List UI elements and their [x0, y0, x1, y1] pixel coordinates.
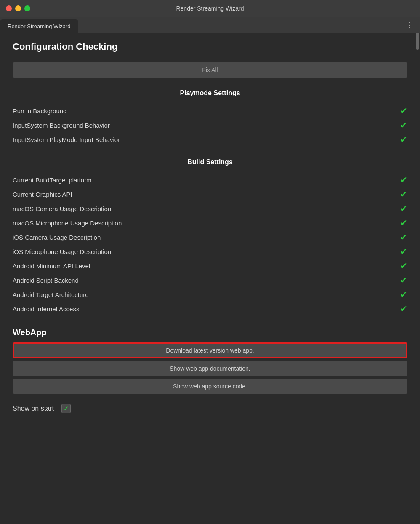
fix-all-button[interactable]: Fix All: [13, 62, 407, 78]
check-icon-inputsystem-bg: ✔: [400, 121, 407, 129]
build-section-title: Build Settings: [13, 158, 407, 166]
check-icon-build-target: ✔: [400, 176, 407, 184]
checkbox-check-icon: ✓: [64, 405, 69, 412]
show-on-start-row: Show on start ✓: [13, 404, 407, 413]
check-icon-run-in-background: ✔: [400, 107, 407, 115]
playmode-settings-section: Playmode Settings Run In Background ✔ In…: [13, 89, 407, 147]
check-icon-macos-mic: ✔: [400, 219, 407, 227]
check-icon-android-arch: ✔: [400, 290, 407, 299]
minimize-button[interactable]: [15, 5, 21, 11]
table-row: Current Graphics API ✔: [13, 187, 407, 201]
tab-menu-button[interactable]: ⋮: [406, 20, 414, 29]
table-row: Android Minimum API Level ✔: [13, 259, 407, 273]
table-row: Android Script Backend ✔: [13, 273, 407, 287]
setting-label-android-arch: Android Target Architecture: [13, 291, 89, 298]
setting-label-macos-camera: macOS Camera Usage Description: [13, 205, 111, 212]
setting-label-android-min-api: Android Minimum API Level: [13, 262, 90, 270]
window-title: Render Streaming Wizard: [176, 5, 244, 12]
tab-bar: Render Streaming Wizard ⋮: [0, 17, 420, 33]
webapp-title: WebApp: [13, 328, 407, 337]
content-area: Configuration Checking Fix All Playmode …: [0, 33, 420, 524]
scrollbar-track[interactable]: [415, 33, 420, 524]
table-row: InputSystem Background Behavior ✔: [13, 118, 407, 132]
tab-label: Render Streaming Wizard: [8, 23, 71, 29]
setting-label-android-script: Android Script Backend: [13, 277, 79, 284]
close-button[interactable]: [6, 5, 12, 11]
setting-label-macos-mic: macOS Microphone Usage Description: [13, 219, 122, 227]
check-icon-ios-camera: ✔: [400, 233, 407, 241]
table-row: iOS Camera Usage Description ✔: [13, 230, 407, 244]
setting-label-graphics-api: Current Graphics API: [13, 191, 72, 198]
check-icon-ios-mic: ✔: [400, 247, 407, 256]
show-webapp-doc-button[interactable]: Show web app documentation.: [13, 361, 407, 376]
setting-label-ios-camera: iOS Camera Usage Description: [13, 234, 101, 241]
download-webapp-button[interactable]: Download latest version web app.: [13, 342, 407, 358]
title-bar: Render Streaming Wizard: [0, 0, 420, 17]
window-controls: [6, 5, 30, 11]
table-row: macOS Camera Usage Description ✔: [13, 201, 407, 216]
table-row: Run In Background ✔: [13, 104, 407, 118]
table-row: Android Internet Access ✔: [13, 302, 407, 316]
setting-label-build-target: Current BuildTarget platform: [13, 176, 92, 184]
check-icon-macos-camera: ✔: [400, 204, 407, 213]
setting-label-android-internet: Android Internet Access: [13, 305, 79, 313]
table-row: macOS Microphone Usage Description ✔: [13, 216, 407, 230]
table-row: Current BuildTarget platform ✔: [13, 173, 407, 187]
show-webapp-source-button[interactable]: Show web app source code.: [13, 379, 407, 394]
scrollbar-thumb[interactable]: [416, 33, 419, 50]
table-row: InputSystem PlayMode Input Behavior ✔: [13, 132, 407, 147]
table-row: iOS Microphone Usage Description ✔: [13, 244, 407, 259]
check-icon-android-internet: ✔: [400, 305, 407, 313]
show-on-start-checkbox[interactable]: ✓: [61, 404, 71, 413]
check-icon-inputsystem-playmode: ✔: [400, 135, 407, 144]
setting-label-run-in-background: Run In Background: [13, 107, 66, 115]
check-icon-android-min-api: ✔: [400, 262, 407, 270]
main-tab[interactable]: Render Streaming Wizard: [0, 19, 78, 33]
setting-label-inputsystem-playmode: InputSystem PlayMode Input Behavior: [13, 136, 120, 143]
check-icon-android-script: ✔: [400, 276, 407, 284]
setting-label-ios-mic: iOS Microphone Usage Description: [13, 248, 111, 255]
maximize-button[interactable]: [24, 5, 30, 11]
build-settings-section: Build Settings Current BuildTarget platf…: [13, 158, 407, 316]
page-title: Configuration Checking: [13, 41, 407, 52]
table-row: Android Target Architecture ✔: [13, 287, 407, 302]
playmode-section-title: Playmode Settings: [13, 89, 407, 97]
webapp-section: WebApp Download latest version web app. …: [13, 328, 407, 394]
check-icon-graphics-api: ✔: [400, 190, 407, 198]
show-on-start-label: Show on start: [13, 405, 54, 412]
setting-label-inputsystem-bg: InputSystem Background Behavior: [13, 122, 110, 129]
